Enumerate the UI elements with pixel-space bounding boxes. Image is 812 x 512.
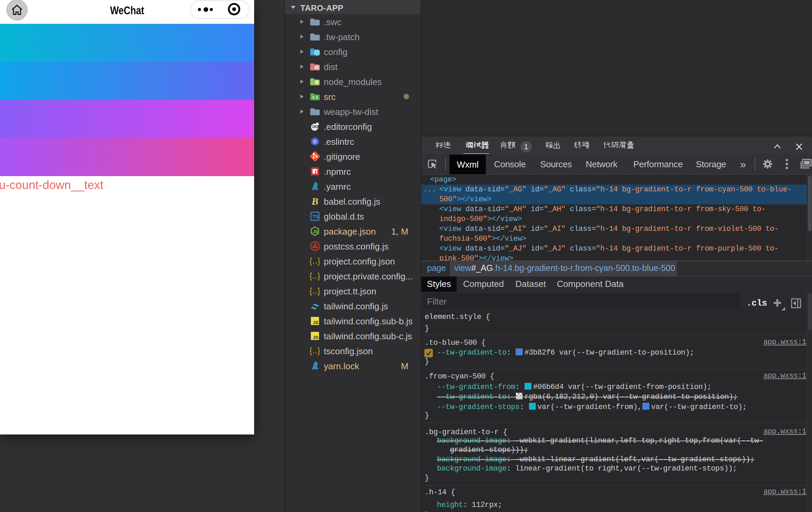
svg-text:{..}: {..} [310, 257, 320, 266]
svg-text:JS: JS [313, 320, 318, 325]
svg-text:JS: JS [313, 229, 318, 234]
svg-text:{..}: {..} [310, 287, 320, 296]
svg-text:B: B [311, 196, 318, 207]
svg-text:{..}: {..} [310, 347, 320, 356]
svg-text:TS: TS [313, 214, 319, 219]
svg-text:{..}: {..} [310, 272, 320, 281]
svg-text:JS: JS [313, 335, 318, 340]
